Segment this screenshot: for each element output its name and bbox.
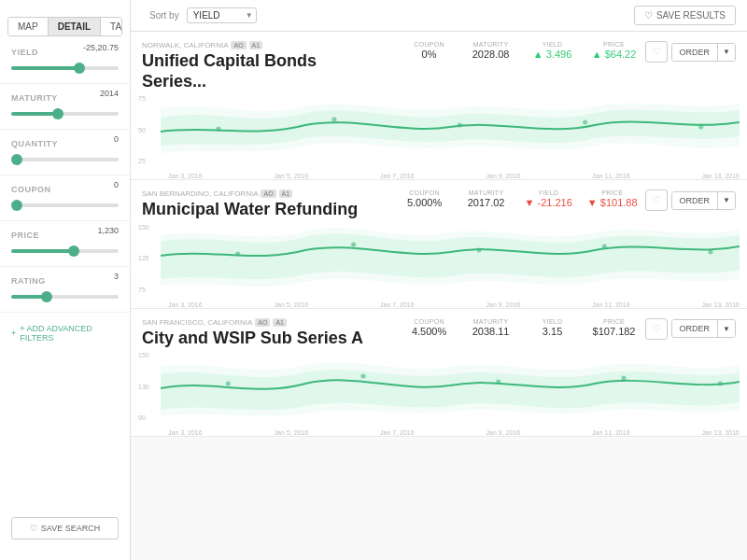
maturity-value-1: 2028.08 (472, 49, 510, 60)
filter-price: PRICE 1,230 (0, 225, 130, 262)
bond-header-3: SAN FRANCISCO, CALIFORNIA AO A1 City and… (142, 318, 736, 349)
filter-quantity: QUANTITY 0 (0, 133, 130, 171)
order-button-1[interactable]: ORDER (672, 44, 719, 61)
maturity-label-1: MATURITY (473, 41, 509, 48)
add-advanced-filters-button[interactable]: + + ADD ADVANCED FILTERS (0, 316, 130, 350)
x-label-3-5: Jan 11, 2016 (592, 429, 629, 436)
maturity-metric-1: MATURITY 2028.08 (468, 41, 514, 60)
y-label-low-1: 25 (138, 158, 146, 164)
bond-chart-1: 75 50 25 (131, 95, 747, 179)
price-value: 1,230 (97, 226, 119, 235)
order-dropdown-button-1[interactable]: ▼ (718, 44, 735, 61)
bond-info-3: SAN FRANCISCO, CALIFORNIA AO A1 City and… (142, 318, 384, 349)
main-content: Sort by YIELD MATURITY PRICE COUPON ▼ ♡ … (131, 0, 747, 560)
price-value-2: ▼ $101.88 (587, 197, 638, 208)
maturity-metric-3: MATURITY 2038.11 (468, 318, 514, 337)
coupon-value: 0 (114, 180, 119, 189)
rating-slider-thumb[interactable] (41, 291, 52, 302)
price-value-1: ▲ $64.22 (592, 49, 637, 60)
bond-card-1: NORWALK, CALIFORNIA AO A1 Unified Capita… (131, 32, 747, 180)
view-tab-group: MAP DETAIL TABLE (7, 17, 122, 36)
save-results-button[interactable]: ♡ SAVE RESULTS (634, 6, 736, 25)
x-label-1-1: Jan 3, 2016 (168, 173, 203, 179)
maturity-value-3: 2038.11 (472, 326, 510, 337)
maturity-slider-track[interactable] (11, 112, 119, 116)
rating-slider-fill (11, 295, 44, 299)
svg-point-14 (718, 382, 723, 386)
sort-dropdown-wrapper: YIELD MATURITY PRICE COUPON ▼ (187, 7, 257, 23)
coupon-label-3: COUPON (414, 318, 444, 325)
bond-tag-a1-2: A1 (279, 189, 293, 198)
location-text-2: SAN BERNARDINO, CALIFORNIA (142, 189, 258, 198)
price-slider-track[interactable] (11, 249, 119, 253)
svg-point-1 (331, 118, 336, 122)
bond-tag-ao-2: AO (261, 189, 275, 198)
quantity-slider-thumb[interactable] (11, 154, 22, 165)
svg-point-7 (476, 247, 481, 252)
sort-dropdown[interactable]: YIELD MATURITY PRICE COUPON (187, 7, 257, 23)
coupon-slider-track[interactable] (11, 203, 119, 207)
chart-svg-3 (161, 356, 740, 421)
watchlist-button-1[interactable]: ♡ (645, 41, 668, 63)
watchlist-button-3[interactable]: ♡ (645, 318, 668, 340)
yield-metric-1: YIELD ▲ 3.496 (529, 41, 576, 60)
bond-tag-ao-3: AO (255, 318, 270, 327)
bond-header-1: NORWALK, CALIFORNIA AO A1 Unified Capita… (142, 41, 736, 91)
sort-by-label: Sort by (149, 10, 179, 21)
watchlist-button-2[interactable]: ♡ (645, 189, 668, 211)
svg-point-6 (351, 242, 356, 246)
quantity-value: 0 (114, 134, 119, 144)
order-dropdown-button-3[interactable]: ▼ (718, 320, 735, 337)
price-metric-3: PRICE $107.182 (591, 318, 638, 337)
quantity-slider-track[interactable] (11, 158, 119, 161)
save-search-label: SAVE SEARCH (41, 524, 100, 533)
coupon-label: COUPON (11, 185, 51, 194)
maturity-slider-fill (11, 112, 54, 116)
maturity-slider-thumb[interactable] (52, 108, 63, 119)
bond-location-2: SAN BERNARDINO, CALIFORNIA AO A1 (142, 189, 384, 198)
save-results-label: SAVE RESULTS (656, 10, 726, 21)
save-search-button[interactable]: ♡ SAVE SEARCH (11, 517, 119, 539)
svg-point-12 (496, 380, 500, 385)
maturity-label-2: MATURITY (469, 189, 504, 196)
yield-value: -25,20.75 (83, 43, 119, 52)
tab-detail[interactable]: DETAIL (49, 18, 101, 35)
coupon-slider-thumb[interactable] (11, 200, 22, 211)
tab-map[interactable]: MAP (8, 18, 49, 35)
svg-point-3 (583, 120, 587, 125)
chart-x-labels-1: Jan 3, 2016 Jan 5, 2016 Jan 7, 2016 Jan … (168, 173, 740, 179)
bond-tag-a1-1: A1 (249, 41, 263, 49)
svg-point-10 (226, 382, 231, 386)
sidebar: MAP DETAIL TABLE YIELD -25,20.75 MATURIT… (0, 0, 131, 560)
coupon-metric-2: COUPON 5.000% (402, 189, 448, 208)
bond-location-1: NORWALK, CALIFORNIA AO A1 (142, 41, 384, 49)
bond-location-3: SAN FRANCISCO, CALIFORNIA AO A1 (142, 318, 384, 327)
location-text-3: SAN FRANCISCO, CALIFORNIA (142, 318, 252, 327)
x-label-3-6: Jan 13, 2016 (701, 429, 739, 436)
x-label-1-3: Jan 7, 2016 (380, 173, 415, 179)
svg-point-9 (708, 249, 712, 254)
yield-slider-thumb[interactable] (74, 63, 85, 74)
bond-title-1: Unified Capital Bonds Series... (142, 51, 384, 91)
price-slider-thumb[interactable] (68, 245, 79, 257)
bond-metrics-2: COUPON 5.000% MATURITY 2017.02 YIELD ▼ -… (395, 189, 638, 208)
rating-label: RATING (11, 276, 46, 286)
order-button-2[interactable]: ORDER (672, 192, 719, 209)
x-label-2-1: Jan 3, 2016 (168, 301, 203, 308)
coupon-label-2: COUPON (409, 189, 440, 196)
coupon-metric-1: COUPON 0% (406, 41, 453, 60)
order-button-3[interactable]: ORDER (672, 320, 719, 337)
price-label: PRICE (11, 231, 39, 240)
top-bar: Sort by YIELD MATURITY PRICE COUPON ▼ ♡ … (131, 0, 747, 32)
yield-slider-track[interactable] (11, 66, 119, 70)
rating-slider-track[interactable] (11, 295, 119, 299)
add-filters-label: + ADD ADVANCED FILTERS (20, 324, 119, 343)
plus-icon: + (11, 329, 16, 338)
x-label-1-2: Jan 5, 2016 (275, 173, 309, 179)
x-label-1-6: Jan 13, 2016 (701, 173, 739, 179)
filter-rating: RATING 3 (0, 271, 130, 308)
svg-point-11 (360, 374, 365, 379)
y-label-mid-3: 130 (138, 384, 149, 390)
tab-table[interactable]: TABLE (101, 18, 122, 35)
order-dropdown-button-2[interactable]: ▼ (718, 192, 735, 209)
